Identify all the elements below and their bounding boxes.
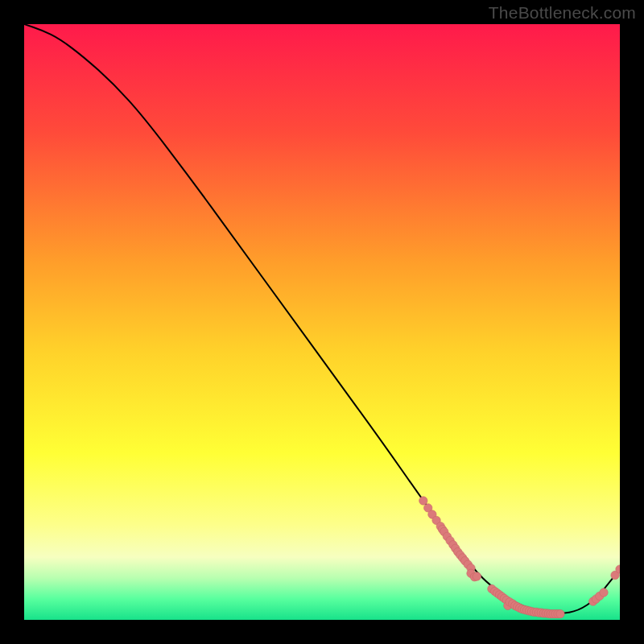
- bottleneck-chart: [24, 24, 620, 620]
- data-marker: [600, 588, 608, 597]
- gradient-background: [24, 24, 620, 620]
- chart-frame: TheBottleneck.com: [0, 0, 644, 644]
- watermark-text: TheBottleneck.com: [489, 3, 636, 23]
- data-marker: [473, 572, 481, 580]
- plot-area: [24, 24, 620, 620]
- data-marker: [556, 609, 564, 617]
- data-marker: [419, 497, 427, 505]
